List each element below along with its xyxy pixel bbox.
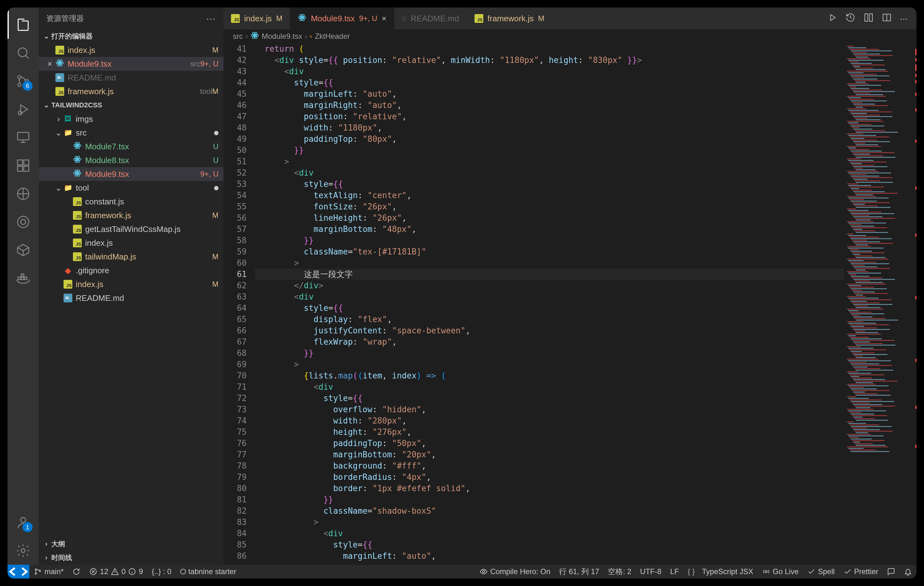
file-icon: JS [72,197,82,206]
file-name: index.js [68,45,212,55]
editor-tab[interactable]: #README.md [394,8,467,30]
tree-item[interactable]: JSconstant.js [39,195,223,208]
svg-point-2 [18,83,21,86]
editor-tab[interactable]: JSindex.jsM [223,8,290,30]
branch-button[interactable]: main* [30,565,68,578]
svg-point-12 [21,220,26,224]
tree-item[interactable]: M↓README.md [39,291,223,305]
tree-item[interactable]: ◆.gitignore [39,264,223,277]
section-open-editors[interactable]: ⌄ 打开的编辑器 [39,30,223,43]
activity-explorer[interactable] [8,11,39,39]
remote-button[interactable] [8,565,30,578]
tree-item[interactable]: JStailwindMap.jsM [39,250,223,264]
bracket-button[interactable]: {..} : 0 [147,565,176,578]
sync-button[interactable] [68,565,85,578]
more-icon[interactable]: ··· [900,13,908,24]
tree-item[interactable]: JSindex.jsM [39,277,223,291]
tree-item[interactable]: ⌄📁src [39,126,223,140]
activity-extra1[interactable] [8,208,39,236]
close-icon[interactable]: × [45,59,54,69]
svg-point-35 [302,17,303,18]
chevron-right-icon: › [246,32,248,41]
history-icon[interactable] [845,13,855,25]
activity-debug[interactable] [8,95,39,123]
section-open-editors-label: 打开的编辑器 [51,31,92,41]
cursor-button[interactable]: 行 61, 列 17 [554,565,604,578]
tree-item[interactable]: Module9.tsx9+, U [39,167,223,181]
errors-count: 12 [100,567,108,576]
encoding-button[interactable]: UTF-8 [636,565,666,578]
file-name: Module9.tsx [68,59,187,69]
tree-item[interactable]: Module7.tsxU [39,140,223,154]
file-icon: JS [231,14,240,23]
tree-item[interactable]: ⌄📁tool [39,181,223,195]
branch-label: main* [45,567,64,576]
section-workspace[interactable]: ⌄ TAILWIND2CSS [39,98,223,112]
tree-item[interactable]: JSframework.jsM [39,208,223,222]
open-editor-item[interactable]: JSframework.jstoolM [39,84,223,98]
file-icon [54,59,65,69]
tree-item[interactable]: JSgetLastTailWindCssMap.js [39,222,223,236]
diff-icon[interactable] [864,13,874,25]
open-editor-item[interactable]: M↓README.md [39,71,223,84]
tree-item[interactable]: JSindex.js [39,236,223,250]
info-count: 9 [139,567,143,576]
breadcrumb-part[interactable]: ZktHeader [315,32,350,41]
problems-button[interactable]: 12 0 9 [85,565,147,578]
activity-scm[interactable]: 6 [8,67,39,95]
file-name: src [76,128,214,138]
git-badge: M [212,87,218,96]
editor-tab[interactable]: Module9.tsx9+, U× [290,8,394,30]
breadcrumb-part[interactable]: Module9.tsx [262,32,302,41]
compile-hero-button[interactable]: Compile Hero: On [475,565,554,578]
section-outline-label: 大纲 [51,539,65,549]
tree-item[interactable]: Module8.tsxU [39,154,223,167]
open-editor-item[interactable]: ×Module9.tsxsrc9+, U [39,57,223,71]
minimap[interactable] [844,43,916,565]
file-name: index.js [85,238,218,248]
editor-area: JSindex.jsMModule9.tsx9+, U×#README.mdJS… [223,8,916,565]
spell-button[interactable]: Spell [803,565,839,578]
activity-account[interactable]: 1 [8,508,39,536]
run-icon[interactable] [827,13,837,25]
file-icon: M↓ [54,73,65,82]
sidebar: 资源管理器 ··· ⌄ 打开的编辑器 JSindex.jsM×Module9.t… [39,8,223,565]
activity-project-manager[interactable] [8,180,39,208]
tree-item[interactable]: ›🖼imgs [39,112,223,126]
open-editors-list: JSindex.jsM×Module9.tsxsrc9+, UM↓README.… [39,43,223,98]
activity-docker[interactable] [8,264,39,292]
modified-dot [214,128,218,137]
activity-search[interactable] [8,39,39,67]
tabnine-button[interactable]: tabnine starter [176,565,241,578]
close-icon[interactable]: × [381,14,386,23]
statusbar: main* 12 0 9 {..} : 0 tabnine starter Co… [8,565,916,578]
svg-rect-14 [21,277,24,279]
svg-point-52 [765,571,767,573]
file-icon [298,13,307,24]
spaces-button[interactable]: 空格: 2 [604,565,636,578]
language-button[interactable]: { } TypeScript JSX [683,565,757,578]
line-gutter: 4142434445464748495051525354555657585960… [223,43,255,565]
breadcrumb[interactable]: src › Module9.tsx › ▫ ZktHeader [223,30,916,43]
activity-settings[interactable] [8,536,39,565]
code-content[interactable]: return ( <div style={{ position: "relati… [255,43,844,565]
editor-body[interactable]: 4142434445464748495051525354555657585960… [223,43,916,565]
activity-extensions[interactable] [8,152,39,180]
activity-extra2[interactable] [8,236,39,264]
activity-remote-explorer[interactable] [8,123,39,152]
section-timeline[interactable]: › 时间线 [39,551,223,565]
split-icon[interactable] [882,13,892,25]
open-editor-item[interactable]: JSindex.jsM [39,43,223,57]
file-icon: JS [475,14,483,23]
prettier-button[interactable]: Prettier [839,565,883,578]
feedback-button[interactable] [883,565,899,578]
editor-tab[interactable]: JSframework.jsM [467,8,552,30]
file-name: imgs [76,114,218,124]
sidebar-more-icon[interactable]: ··· [206,13,216,24]
golive-button[interactable]: Go Live [758,565,803,578]
eol-button[interactable]: LF [666,565,683,578]
breadcrumb-part[interactable]: src [233,32,243,41]
bell-button[interactable] [899,565,916,578]
file-icon: JS [72,252,82,261]
section-outline[interactable]: › 大纲 [39,537,223,551]
